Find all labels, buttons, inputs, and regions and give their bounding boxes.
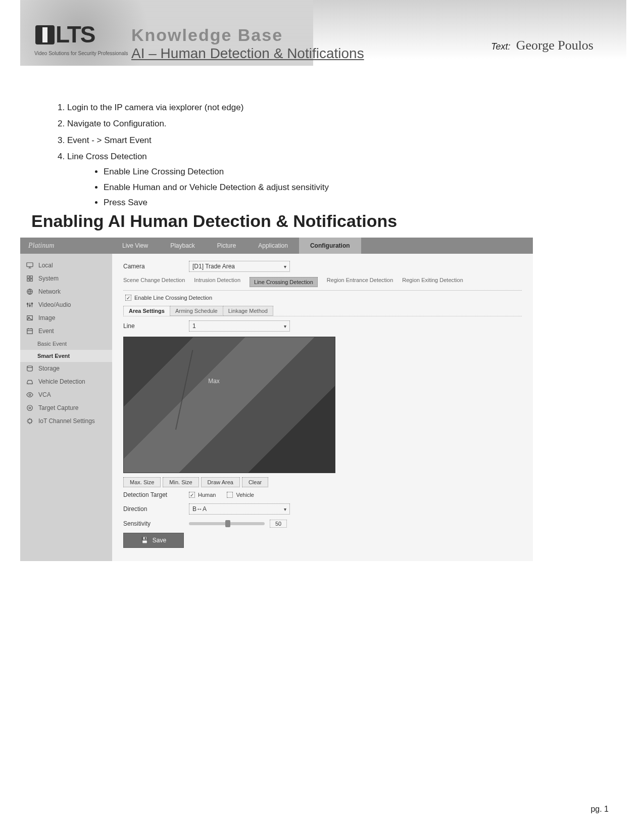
- sensitivity-value[interactable]: 50: [270, 520, 287, 528]
- page-number: pg. 1: [590, 805, 609, 814]
- sidebar-item-system[interactable]: System: [20, 272, 112, 285]
- vehicle-checkbox[interactable]: Vehicle: [227, 492, 254, 498]
- tab-playback[interactable]: Playback: [159, 238, 206, 254]
- step-4c: Press Save: [104, 196, 329, 209]
- slider-thumb[interactable]: [225, 520, 230, 527]
- lts-tagline: Video Solutions for Security Professiona…: [34, 51, 128, 56]
- sidebar-label-videoaudio: Video/Audio: [38, 301, 71, 308]
- svg-rect-3: [27, 279, 29, 281]
- tab-region-exiting[interactable]: Region Exiting Detection: [402, 277, 463, 287]
- direction-select[interactable]: B↔A ▾: [189, 503, 290, 515]
- sidebar-label-local: Local: [38, 262, 53, 269]
- sidebar-label-system: System: [38, 275, 59, 282]
- line-select[interactable]: 1 ▾: [189, 320, 290, 332]
- image-icon: [26, 314, 33, 321]
- line-label: Line: [123, 322, 184, 330]
- enable-line-crossing-checkbox[interactable]: ✓ Enable Line Crossing Detection: [125, 295, 522, 301]
- sidebar-item-network[interactable]: Network: [20, 285, 112, 298]
- lts-logo: LTS: [35, 23, 94, 46]
- sidebar-item-target[interactable]: Target Capture: [20, 401, 112, 414]
- step-4b: Enable Human and or Vehicle Detection & …: [104, 181, 329, 194]
- app-topbar: Platinum Live View Playback Picture Appl…: [20, 238, 533, 254]
- sidebar-label-storage: Storage: [38, 365, 60, 372]
- chevron-down-icon: ▾: [284, 323, 286, 329]
- sidebar-label-event: Event: [38, 328, 54, 335]
- sidebar-label-iot: IoT Channel Settings: [38, 418, 95, 425]
- author-signature: George Poulos: [516, 38, 593, 53]
- sensitivity-label: Sensitivity: [123, 520, 184, 527]
- chevron-down-icon: ▾: [284, 506, 286, 512]
- sidebar-label-image: Image: [38, 314, 55, 321]
- kb-title: Knowledge Base: [131, 25, 283, 45]
- step-4a: Enable Line Crossing Detection: [104, 165, 329, 178]
- sliders-icon: [26, 301, 33, 308]
- grid-icon: [26, 275, 33, 282]
- tab-intrusion[interactable]: Intrusion Detection: [194, 277, 240, 287]
- sidebar-item-storage[interactable]: Storage: [20, 362, 112, 375]
- svg-rect-11: [27, 329, 33, 334]
- svg-point-14: [27, 405, 33, 411]
- instruction-steps: Login to the IP camera via iexplorer (no…: [53, 101, 329, 212]
- lts-logo-mark: [35, 25, 55, 44]
- step-4: Line Cross Detection Enable Line Crossin…: [67, 150, 329, 209]
- checkbox-checked-icon: ✓: [125, 295, 131, 301]
- sidebar-label-vehicle: Vehicle Detection: [38, 378, 85, 385]
- target-icon: [26, 404, 33, 411]
- svg-rect-2: [30, 276, 32, 278]
- step-4-text: Line Cross Detection: [67, 152, 147, 161]
- sidebar-item-image[interactable]: Image: [20, 311, 112, 325]
- max-size-button[interactable]: Max. Size: [123, 477, 161, 487]
- clear-button[interactable]: Clear: [242, 477, 268, 487]
- checkbox-unchecked-icon: [227, 492, 233, 498]
- sensitivity-slider[interactable]: [189, 522, 265, 525]
- car-icon: [26, 378, 33, 385]
- sidebar-item-iot[interactable]: IoT Channel Settings: [20, 414, 112, 428]
- sidebar-item-basic-event[interactable]: Basic Event: [20, 338, 112, 350]
- author-label: Text:: [491, 41, 510, 52]
- tab-live-view[interactable]: Live View: [111, 238, 159, 254]
- sidebar-label-smart-event: Smart Event: [37, 353, 70, 359]
- content-pane: Camera [D1] Trade Area ▾ Scene Change De…: [112, 254, 533, 561]
- line-value: 1: [192, 322, 196, 330]
- checkbox-checked-icon: ✓: [189, 492, 195, 498]
- sidebar-item-vca[interactable]: VCA: [20, 388, 112, 401]
- save-button[interactable]: 💾 Save: [123, 533, 184, 548]
- svg-rect-1: [27, 276, 29, 278]
- tab-line-crossing[interactable]: Line Crossing Detection: [250, 277, 318, 287]
- sidebar-item-smart-event[interactable]: Smart Event: [20, 350, 112, 362]
- camera-select[interactable]: [D1] Trade Area ▾: [189, 261, 290, 272]
- tab-picture[interactable]: Picture: [206, 238, 247, 254]
- direction-label: Direction: [123, 505, 184, 513]
- step-1: Login to the IP camera via iexplorer (no…: [67, 101, 329, 114]
- page-title: Enabling AI Human Detection & Notificati…: [31, 211, 397, 231]
- sidebar-label-basic-event: Basic Event: [37, 341, 67, 347]
- tab-arming-schedule[interactable]: Arming Schedule: [170, 306, 223, 316]
- top-tabs: Live View Playback Picture Application C…: [111, 238, 361, 254]
- sidebar-item-vehicle[interactable]: Vehicle Detection: [20, 375, 112, 388]
- sidebar-item-local[interactable]: Local: [20, 259, 112, 272]
- tab-configuration[interactable]: Configuration: [299, 238, 361, 254]
- human-checkbox[interactable]: ✓ Human: [189, 492, 216, 498]
- svg-point-15: [29, 407, 31, 409]
- sidebar-item-videoaudio[interactable]: Video/Audio: [20, 298, 112, 311]
- sidebar-label-vca: VCA: [38, 391, 51, 398]
- tab-region-entrance[interactable]: Region Entrance Detection: [327, 277, 393, 287]
- draw-area-button[interactable]: Draw Area: [201, 477, 240, 487]
- kb-subject: AI – Human Detection & Notifications: [131, 45, 364, 62]
- step-3: Event - > Smart Event: [67, 134, 329, 147]
- save-icon: 💾: [141, 537, 148, 544]
- camera-value: [D1] Trade Area: [192, 263, 235, 270]
- tab-linkage-method[interactable]: Linkage Method: [223, 306, 273, 316]
- monitor-icon: [26, 262, 33, 269]
- app-brand: Platinum: [20, 242, 111, 250]
- sidebar-label-target: Target Capture: [38, 404, 78, 411]
- direction-value: B↔A: [192, 505, 207, 513]
- min-size-button[interactable]: Min. Size: [163, 477, 199, 487]
- sidebar: Local System Network Video/Audio Image E…: [20, 254, 112, 561]
- tab-scene-change[interactable]: Scene Change Detection: [123, 277, 185, 287]
- sidebar-item-event[interactable]: Event: [20, 325, 112, 338]
- tab-application[interactable]: Application: [247, 238, 299, 254]
- step-2: Navigate to Configuration.: [67, 117, 329, 130]
- tab-area-settings[interactable]: Area Settings: [123, 306, 170, 316]
- video-preview[interactable]: Max: [123, 337, 335, 473]
